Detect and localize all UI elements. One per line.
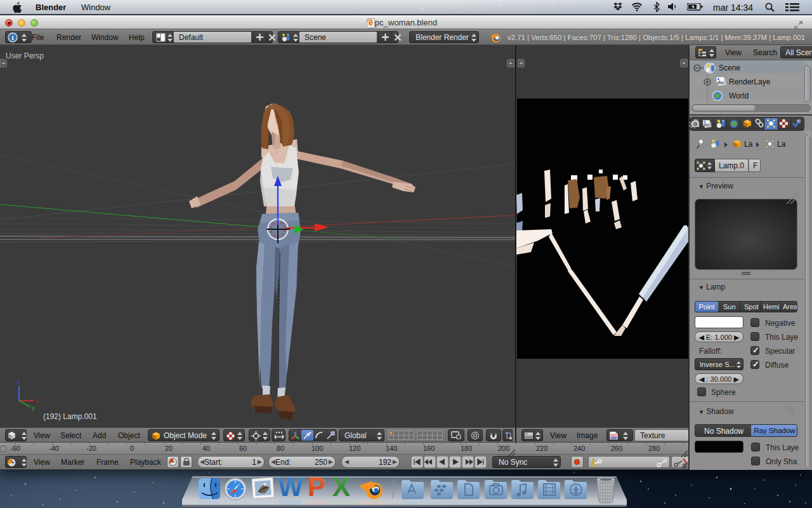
svg-text:RenderLaye: RenderLaye: [729, 77, 771, 86]
svg-text:X: X: [332, 472, 350, 502]
svg-text:P: P: [308, 472, 325, 502]
svg-text:Scene: Scene: [719, 64, 740, 72]
svg-text:La: La: [777, 140, 786, 149]
svg-text:y: y: [32, 404, 35, 411]
svg-text:La: La: [744, 140, 753, 149]
svg-text:i: i: [11, 34, 13, 41]
svg-text:x: x: [36, 397, 39, 404]
svg-text:W: W: [278, 472, 303, 502]
svg-text:World: World: [729, 91, 749, 100]
svg-text:z: z: [16, 378, 20, 385]
